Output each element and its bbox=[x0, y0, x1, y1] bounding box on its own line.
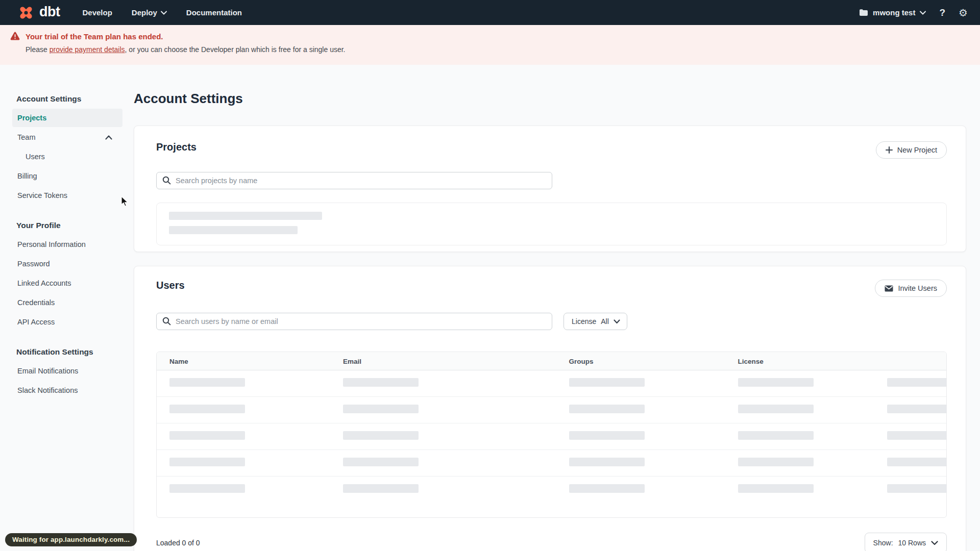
envelope-icon bbox=[885, 285, 893, 292]
main-content: Account Settings Projects New Project bbox=[134, 65, 966, 551]
settings-sidebar: Account Settings Projects Team Users Bil… bbox=[0, 65, 134, 551]
new-project-button[interactable]: New Project bbox=[876, 141, 947, 159]
table-row-skeleton bbox=[157, 450, 946, 477]
dbt-logo[interactable]: dbt bbox=[17, 4, 60, 21]
show-rows-dropdown[interactable]: Show: 10 Rows bbox=[865, 533, 947, 551]
skeleton-bar bbox=[569, 405, 645, 413]
sidebar-item-credentials[interactable]: Credentials bbox=[12, 293, 122, 312]
license-filter-value: All bbox=[601, 317, 609, 325]
sidebar-item-api-access[interactable]: API Access bbox=[12, 313, 122, 331]
skeleton-bar bbox=[738, 484, 814, 493]
projects-loading-skeleton bbox=[156, 203, 947, 245]
nav-item-documentation[interactable]: Documentation bbox=[186, 8, 242, 17]
skeleton-bar bbox=[343, 405, 419, 413]
sidebar-item-email-notifications[interactable]: Email Notifications bbox=[12, 362, 122, 380]
chevron-down-icon bbox=[161, 11, 167, 15]
folder-icon bbox=[859, 9, 868, 16]
invite-users-button[interactable]: Invite Users bbox=[875, 280, 947, 297]
license-filter-label: License bbox=[572, 317, 596, 325]
sidebar-item-password[interactable]: Password bbox=[12, 255, 122, 273]
search-icon bbox=[162, 317, 171, 325]
table-row-skeleton bbox=[157, 397, 946, 423]
skeleton-bar bbox=[569, 378, 645, 387]
skeleton-bar bbox=[887, 405, 946, 413]
skeleton-bar bbox=[738, 378, 814, 387]
skeleton-bar bbox=[343, 431, 419, 440]
nav-item-deploy[interactable]: Deploy bbox=[132, 8, 167, 17]
sidebar-item-linked-accounts[interactable]: Linked Accounts bbox=[12, 274, 122, 292]
skeleton-bar bbox=[569, 484, 645, 493]
skeleton-bar bbox=[887, 484, 946, 493]
users-card-title: Users bbox=[156, 280, 185, 291]
skeleton-bar bbox=[169, 405, 245, 413]
column-header-name: Name bbox=[169, 358, 188, 365]
chevron-down-icon bbox=[920, 11, 926, 15]
skeleton-bar bbox=[738, 458, 814, 466]
skeleton-bar bbox=[343, 484, 419, 493]
skeleton-bar bbox=[887, 378, 946, 387]
skeleton-bar bbox=[169, 226, 298, 234]
sidebar-header-notification-settings: Notification Settings bbox=[16, 347, 122, 357]
dbt-logo-text: dbt bbox=[39, 5, 60, 20]
sidebar-item-billing[interactable]: Billing bbox=[12, 167, 122, 185]
account-name: mwong test bbox=[873, 8, 915, 17]
table-row-skeleton bbox=[157, 423, 946, 450]
trial-ended-banner: Your trial of the Team plan has ended. P… bbox=[0, 25, 980, 65]
dbt-logo-icon bbox=[17, 4, 35, 21]
table-row-skeleton bbox=[157, 370, 946, 397]
search-icon bbox=[162, 176, 171, 185]
skeleton-bar bbox=[343, 458, 419, 466]
column-header-groups: Groups bbox=[569, 358, 594, 365]
warning-triangle-icon bbox=[10, 32, 20, 65]
skeleton-bar bbox=[169, 378, 245, 387]
loaded-count-text: Loaded 0 of 0 bbox=[156, 539, 200, 547]
search-users-input[interactable] bbox=[156, 313, 552, 330]
skeleton-bar bbox=[169, 431, 245, 440]
sidebar-header-your-profile: Your Profile bbox=[16, 221, 122, 230]
chevron-down-icon bbox=[931, 541, 938, 545]
table-row-skeleton bbox=[157, 477, 946, 503]
users-table-header: Name Email Groups License bbox=[157, 352, 946, 370]
skeleton-bar bbox=[169, 484, 245, 493]
browser-status-tooltip: Waiting for app.launchdarkly.com... bbox=[5, 533, 137, 546]
skeleton-bar bbox=[569, 431, 645, 440]
skeleton-bar bbox=[569, 458, 645, 466]
banner-title: Your trial of the Team plan has ended. bbox=[26, 32, 346, 42]
skeleton-bar bbox=[887, 458, 946, 466]
sidebar-header-account-settings: Account Settings bbox=[16, 94, 122, 104]
sidebar-item-personal-information[interactable]: Personal Information bbox=[12, 235, 122, 254]
settings-gear-icon[interactable]: ⚙ bbox=[959, 8, 968, 18]
account-switcher[interactable]: mwong test bbox=[859, 8, 926, 17]
provide-payment-details-link[interactable]: provide payment details bbox=[50, 45, 125, 54]
skeleton-bar bbox=[169, 212, 322, 220]
users-card: Users Invite Users License Al bbox=[134, 266, 966, 551]
column-header-license: License bbox=[738, 358, 764, 365]
chevron-down-icon bbox=[614, 319, 620, 324]
chevron-up-icon bbox=[105, 135, 112, 140]
projects-card: Projects New Project bbox=[134, 126, 966, 252]
banner-body: Please provide payment details, or you c… bbox=[26, 45, 346, 54]
sidebar-item-team[interactable]: Team bbox=[12, 128, 122, 146]
plus-icon bbox=[886, 146, 893, 154]
users-table: Name Email Groups License bbox=[156, 352, 947, 518]
page-title: Account Settings bbox=[134, 91, 966, 107]
projects-card-title: Projects bbox=[156, 141, 197, 153]
skeleton-bar bbox=[887, 431, 946, 440]
skeleton-bar bbox=[738, 405, 814, 413]
skeleton-bar bbox=[343, 378, 419, 387]
top-nav: dbt Develop Deploy Documentation mwong t… bbox=[0, 0, 980, 25]
column-header-email: Email bbox=[343, 358, 361, 365]
sidebar-item-service-tokens[interactable]: Service Tokens bbox=[12, 186, 122, 205]
help-icon[interactable]: ? bbox=[939, 7, 945, 18]
skeleton-bar bbox=[738, 431, 814, 440]
search-projects-input[interactable] bbox=[156, 172, 552, 189]
skeleton-bar bbox=[169, 458, 245, 466]
license-filter-dropdown[interactable]: License All bbox=[564, 313, 627, 330]
sidebar-item-projects[interactable]: Projects bbox=[12, 109, 122, 127]
sidebar-item-users[interactable]: Users bbox=[20, 147, 122, 166]
nav-item-develop[interactable]: Develop bbox=[82, 8, 112, 17]
sidebar-item-slack-notifications[interactable]: Slack Notifications bbox=[12, 381, 122, 399]
